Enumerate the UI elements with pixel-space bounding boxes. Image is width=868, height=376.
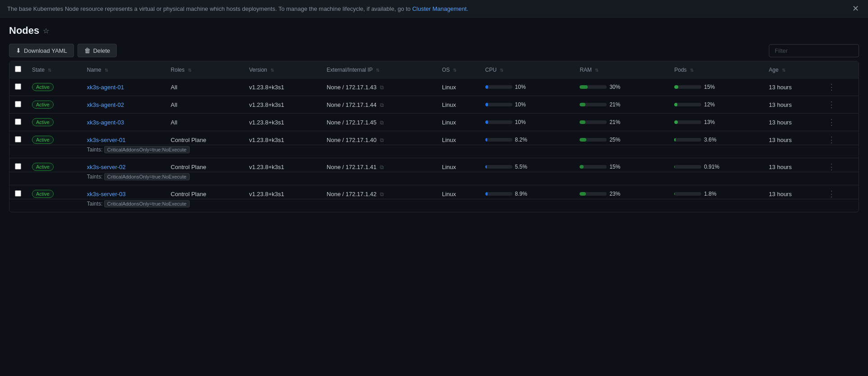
cpu-cell: 8.9% <box>480 185 575 199</box>
row-checkbox-5[interactable] <box>15 190 21 197</box>
ram-bar-fill <box>580 120 585 124</box>
table-row: Active xk3s-server-01 Control Plane v1.2… <box>9 131 859 145</box>
delete-button[interactable]: 🗑 Delete <box>78 44 117 57</box>
actions-cell: ⋮ <box>820 158 859 172</box>
status-badge: Active <box>32 118 54 126</box>
node-link[interactable]: xk3s-server-02 <box>87 164 126 170</box>
pods-bar-track <box>674 138 701 142</box>
ram-cell: 30% <box>574 78 669 96</box>
copy-ip-icon[interactable]: ⧉ <box>380 119 384 126</box>
row-more-button[interactable]: ⋮ <box>826 118 837 126</box>
col-ram[interactable]: RAM ⇅ <box>574 61 669 78</box>
copy-ip-icon[interactable]: ⧉ <box>380 84 384 91</box>
os-cell: Linux <box>437 158 480 172</box>
pods-cell: 1.8% <box>669 185 763 199</box>
pods-bar-track <box>674 120 701 124</box>
version-cell: v1.23.8+k3s1 <box>244 96 321 114</box>
node-link[interactable]: xk3s-agent-02 <box>87 101 124 108</box>
row-checkbox-3[interactable] <box>15 136 21 142</box>
age-cell: 13 hours <box>763 185 820 199</box>
ram-value: 23% <box>609 191 625 197</box>
col-version[interactable]: Version ⇅ <box>244 61 321 78</box>
state-sort-icon: ⇅ <box>48 68 51 73</box>
banner-close-button[interactable]: ✕ <box>850 4 861 14</box>
download-yaml-button[interactable]: ⬇ Download YAML <box>9 44 74 57</box>
col-state[interactable]: State ⇅ <box>27 61 82 78</box>
pods-bar-fill <box>674 192 675 196</box>
node-link[interactable]: xk3s-server-03 <box>87 191 126 197</box>
cpu-bar-track <box>485 120 512 124</box>
ram-bar-track <box>580 85 607 89</box>
ram-value: 30% <box>609 84 625 90</box>
taints-cell: Taints: CriticalAddonsOnly=true:NoExecut… <box>82 172 859 185</box>
select-all-checkbox[interactable] <box>15 66 21 72</box>
ip-cell: None / 172.17.1.42 ⧉ <box>321 185 437 199</box>
pods-value: 1.8% <box>704 191 719 197</box>
actions-cell: ⋮ <box>820 96 859 114</box>
pods-bar-fill <box>674 103 677 106</box>
cpu-bar-fill <box>485 85 488 89</box>
col-pods[interactable]: Pods ⇅ <box>669 61 763 78</box>
os-cell: Linux <box>437 78 480 96</box>
row-checkbox-cell <box>9 131 27 145</box>
age-cell: 13 hours <box>763 78 820 96</box>
cpu-bar-fill <box>485 103 488 106</box>
taints-row: Taints: CriticalAddonsOnly=true:NoExecut… <box>9 172 859 185</box>
pods-bar-track <box>674 165 701 169</box>
row-checkbox-0[interactable] <box>15 83 21 90</box>
ram-bar-fill <box>580 138 586 142</box>
cluster-management-link[interactable]: Cluster Management. <box>412 5 468 12</box>
row-more-button[interactable]: ⋮ <box>826 136 837 144</box>
info-banner: The base Kubernetes Node resource repres… <box>0 0 868 18</box>
state-cell: Active <box>27 96 82 114</box>
select-all-header <box>9 61 27 78</box>
pods-bar-track <box>674 103 701 106</box>
pods-value: 3.6% <box>704 137 719 143</box>
node-link[interactable]: xk3s-agent-03 <box>87 119 124 126</box>
copy-ip-icon[interactable]: ⧉ <box>380 102 384 108</box>
ip-cell: None / 172.17.1.45 ⧉ <box>321 114 437 131</box>
pods-value: 13% <box>704 119 719 125</box>
node-link[interactable]: xk3s-server-01 <box>87 137 126 143</box>
cpu-value: 10% <box>515 101 530 108</box>
version-cell: v1.23.8+k3s1 <box>244 185 321 199</box>
filter-input[interactable] <box>769 44 859 57</box>
table-row: Active xk3s-agent-03 All v1.23.8+k3s1 No… <box>9 114 859 131</box>
ram-cell: 21% <box>574 114 669 131</box>
nodes-table: State ⇅ Name ⇅ Roles ⇅ Version ⇅ Externa… <box>9 61 859 212</box>
cpu-value: 8.9% <box>515 191 530 197</box>
row-checkbox-4[interactable] <box>15 163 21 170</box>
copy-ip-icon[interactable]: ⧉ <box>380 191 384 197</box>
col-name[interactable]: Name ⇅ <box>82 61 165 78</box>
copy-ip-icon[interactable]: ⧉ <box>380 137 384 143</box>
ram-value: 21% <box>609 101 625 108</box>
col-os[interactable]: OS ⇅ <box>437 61 480 78</box>
col-cpu[interactable]: CPU ⇅ <box>480 61 575 78</box>
row-more-button[interactable]: ⋮ <box>826 163 837 171</box>
pods-bar-fill <box>674 165 675 169</box>
taints-empty <box>9 145 82 158</box>
cpu-bar-track <box>485 165 512 169</box>
row-checkbox-cell <box>9 158 27 172</box>
ram-bar-track <box>580 120 607 124</box>
row-checkbox-2[interactable] <box>15 119 21 125</box>
col-roles[interactable]: Roles ⇅ <box>165 61 244 78</box>
status-badge: Active <box>32 83 54 91</box>
col-age[interactable]: Age ⇅ <box>763 61 820 78</box>
node-link[interactable]: xk3s-agent-01 <box>87 84 124 91</box>
roles-cell: All <box>165 114 244 131</box>
favorite-icon[interactable]: ☆ <box>43 27 49 35</box>
row-more-button[interactable]: ⋮ <box>826 190 837 198</box>
pods-bar-track <box>674 192 701 196</box>
table-header-row: State ⇅ Name ⇅ Roles ⇅ Version ⇅ Externa… <box>9 61 859 78</box>
copy-ip-icon[interactable]: ⧉ <box>380 164 384 170</box>
row-more-button[interactable]: ⋮ <box>826 101 837 109</box>
pods-cell: 12% <box>669 96 763 114</box>
ram-sort-icon: ⇅ <box>595 68 598 73</box>
row-more-button[interactable]: ⋮ <box>826 83 837 91</box>
banner-text: The base Kubernetes Node resource repres… <box>7 5 850 12</box>
actions-cell: ⋮ <box>820 185 859 199</box>
col-ip[interactable]: External/Internal IP ⇅ <box>321 61 437 78</box>
row-checkbox-1[interactable] <box>15 101 21 107</box>
taints-row: Taints: CriticalAddonsOnly=true:NoExecut… <box>9 145 859 158</box>
